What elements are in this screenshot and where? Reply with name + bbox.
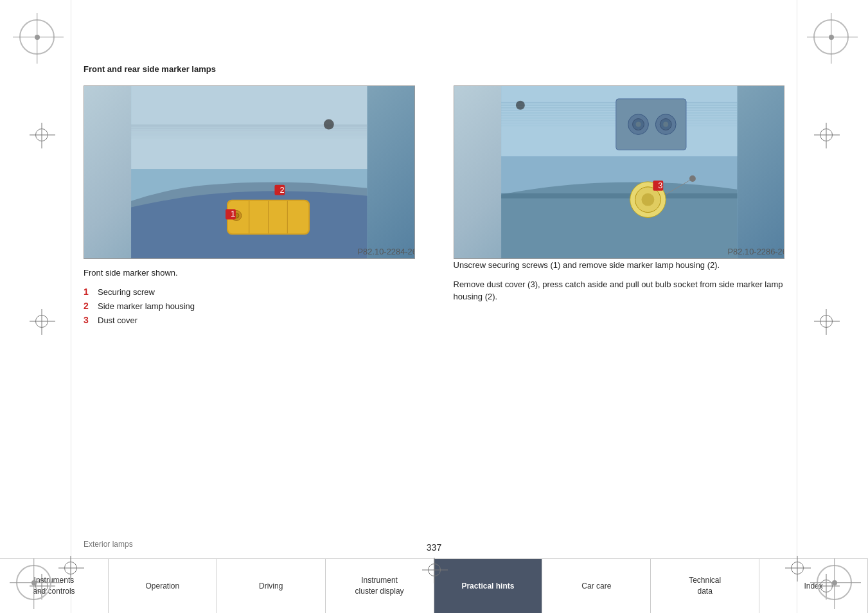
left-column: 1 2 P82.10-2284-26 Front side marker sho… [84, 85, 415, 329]
page-number: 337 [427, 542, 441, 553]
left-caption: Front side marker shown. [84, 268, 415, 278]
nav-item-technical-data[interactable]: Technical data [651, 559, 759, 613]
right-column: 3 P82.10-2286-26 Unscrew securing screws… [454, 85, 785, 310]
svg-rect-4 [131, 129, 367, 130]
item-text-1: Securing screw [98, 287, 155, 297]
svg-point-44 [641, 193, 654, 206]
svg-rect-5 [131, 131, 367, 132]
svg-text:2: 2 [279, 185, 284, 195]
list-item-3: 3 Dust cover [84, 315, 415, 325]
item-number-3: 3 [84, 315, 93, 325]
section-title: Front and rear side marker lamps [84, 64, 784, 74]
svg-point-20 [324, 120, 334, 130]
svg-rect-8 [131, 137, 367, 138]
nav-item-driving[interactable]: Driving [217, 559, 326, 613]
list-item-2: 2 Side marker lamp housing [84, 301, 415, 311]
item-text-3: Dust cover [98, 315, 137, 325]
svg-rect-34 [501, 193, 737, 199]
svg-point-41 [663, 122, 668, 127]
list-item-1: 1 Securing screw [84, 287, 415, 297]
svg-text:3: 3 [658, 181, 662, 190]
two-column-layout: 1 2 P82.10-2284-26 Front side marker sho… [84, 85, 784, 329]
svg-point-38 [635, 122, 641, 127]
left-image: 1 2 P82.10-2284-26 [84, 85, 415, 259]
nav-item-instrument-cluster[interactable]: Instrument cluster display [326, 559, 434, 613]
nav-item-car-care[interactable]: Car care [542, 559, 651, 613]
svg-text:P82.10-2284-26: P82.10-2284-26 [357, 247, 414, 256]
svg-text:1: 1 [231, 209, 235, 218]
item-number-2: 2 [84, 301, 93, 311]
right-para-1: Unscrew securing screws (1) and remove s… [454, 259, 785, 272]
right-image: 3 P82.10-2286-26 [454, 85, 785, 259]
item-text-2: Side marker lamp housing [98, 301, 195, 311]
svg-text:P82.10-2286-26: P82.10-2286-26 [727, 247, 784, 256]
svg-rect-7 [131, 135, 367, 136]
nav-item-operation[interactable]: Operation [109, 559, 217, 613]
svg-rect-6 [131, 133, 367, 134]
item-number-1: 1 [84, 287, 93, 297]
footer-section: Exterior lamps [84, 540, 133, 549]
svg-point-46 [689, 175, 695, 182]
nav-item-practical-hints[interactable]: Practical hints [434, 559, 543, 613]
right-para-2: Remove dust cover (3), press catch aside… [454, 278, 785, 303]
svg-point-49 [515, 101, 524, 110]
